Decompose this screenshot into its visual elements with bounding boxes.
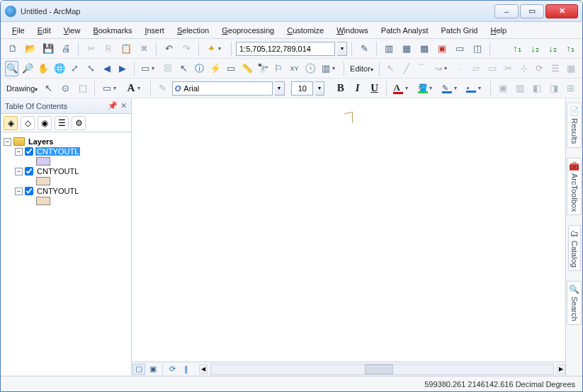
marker-color-dd[interactable]: ▾: [478, 85, 486, 91]
layer-swatch[interactable]: [36, 197, 50, 205]
arrange-up-icon[interactable]: ↑₁: [509, 41, 525, 57]
list-by-drawing-icon[interactable]: ◈: [4, 116, 18, 130]
layer-checkbox[interactable]: [25, 187, 33, 195]
map-canvas[interactable]: [132, 98, 565, 362]
layer-swatch[interactable]: [36, 177, 50, 185]
identify-icon[interactable]: ⓘ: [193, 61, 206, 76]
expand-icon[interactable]: −: [4, 138, 11, 146]
find-route-icon[interactable]: ⚐: [272, 61, 285, 76]
arrange-down-icon[interactable]: ↓₂: [527, 41, 543, 57]
forward-extent-icon[interactable]: ▶: [115, 61, 129, 76]
redo-icon[interactable]: ↷: [179, 41, 194, 57]
viewer-dd[interactable]: ▾: [332, 65, 339, 71]
menu-geoprocessing[interactable]: Geoprocessing: [216, 24, 280, 37]
menu-help[interactable]: Help: [485, 24, 512, 37]
close-button[interactable]: ✕: [545, 4, 578, 18]
line-color-icon[interactable]: ✎: [440, 81, 455, 96]
menu-patch-grid[interactable]: Patch Grid: [435, 24, 483, 37]
refresh-icon[interactable]: ⟳: [166, 364, 179, 375]
open-icon[interactable]: 📂: [23, 41, 38, 57]
pause-icon[interactable]: ‖: [180, 364, 193, 375]
list-by-visibility-icon[interactable]: ◉: [38, 116, 52, 130]
toc-window-icon[interactable]: ▥: [381, 41, 397, 57]
rectangle-icon[interactable]: ▭: [99, 81, 114, 96]
layer-label[interactable]: CNTYOUTL: [35, 147, 80, 156]
new-icon[interactable]: 🗋: [5, 41, 21, 57]
toc-close-icon[interactable]: ✕: [120, 101, 127, 110]
zoom-in-icon[interactable]: 🔍: [5, 61, 18, 76]
create-viewer-icon[interactable]: ▥: [319, 61, 332, 76]
layer-label[interactable]: CNTYOUTL: [35, 187, 80, 195]
fill-color-icon[interactable]: 🪣: [415, 81, 430, 96]
zoom-out-icon[interactable]: 🔎: [21, 61, 34, 76]
menu-edit[interactable]: Edit: [32, 24, 57, 37]
arrange-down2-icon[interactable]: ↑₁: [562, 41, 578, 57]
toc-pin-icon[interactable]: 📌: [108, 101, 118, 110]
marker-color-icon[interactable]: •: [464, 81, 479, 96]
minimize-button[interactable]: –: [494, 4, 519, 18]
tab-arctoolbox[interactable]: 🧰ArcToolbox: [567, 158, 582, 215]
select-elements-icon[interactable]: ↖: [177, 61, 191, 76]
menu-bookmarks[interactable]: Bookmarks: [87, 24, 137, 37]
editor-label[interactable]: Editor▾: [349, 64, 375, 73]
toc-options-icon[interactable]: ⚙: [72, 116, 86, 130]
drawing-label[interactable]: Drawing▾: [5, 84, 39, 93]
fill-color-dd[interactable]: ▾: [429, 85, 437, 91]
layer-checkbox[interactable]: [25, 167, 33, 175]
add-data-dd[interactable]: ▾: [218, 45, 227, 52]
add-data-icon[interactable]: ✦: [203, 41, 219, 57]
layout-view-icon[interactable]: ▣: [147, 364, 159, 375]
line-color-dd[interactable]: ▾: [454, 85, 462, 91]
select-features-dd[interactable]: ▾: [152, 65, 159, 71]
paste-icon[interactable]: 📋: [118, 41, 134, 57]
text-color-icon[interactable]: A: [391, 81, 406, 96]
back-extent-icon[interactable]: ◀: [100, 61, 113, 76]
html-popup-icon[interactable]: ▭: [225, 61, 238, 76]
print-icon[interactable]: 🖨: [58, 41, 74, 57]
scale-dd[interactable]: ▾: [337, 42, 347, 56]
editor-toolbar-icon[interactable]: ✎: [356, 41, 372, 57]
fixed-zoom-in-icon[interactable]: ⤢: [68, 61, 81, 76]
arctoolbox-window-icon[interactable]: ▣: [434, 41, 450, 57]
underline-icon[interactable]: U: [367, 81, 382, 96]
italic-icon[interactable]: I: [350, 81, 365, 96]
scroll-left-icon[interactable]: ◀: [199, 364, 208, 374]
copy-icon[interactable]: ⎘: [101, 41, 116, 57]
goto-xy-icon[interactable]: XY: [288, 61, 301, 76]
menu-file[interactable]: File: [6, 24, 30, 37]
catalog-window-icon[interactable]: ▦: [399, 41, 414, 57]
layer-label[interactable]: CNTYOUTL: [35, 167, 80, 175]
select-features-icon[interactable]: ▭: [138, 61, 152, 76]
menu-selection[interactable]: Selection: [171, 24, 215, 37]
hyperlink-icon[interactable]: ⚡: [208, 61, 222, 76]
full-extent-icon[interactable]: 🌐: [52, 61, 66, 76]
scroll-right-icon[interactable]: ▶: [557, 364, 565, 374]
layers-root[interactable]: Layers: [27, 137, 55, 146]
font-dd[interactable]: ▾: [275, 81, 284, 96]
fixed-zoom-out-icon[interactable]: ⤡: [84, 61, 98, 76]
menu-customize[interactable]: Customize: [281, 24, 329, 37]
rotate-icon[interactable]: ⊙: [58, 81, 73, 96]
bold-icon[interactable]: B: [333, 81, 348, 96]
python-window-icon[interactable]: ▭: [452, 41, 468, 57]
data-view-icon[interactable]: ▢: [132, 364, 145, 375]
text-tool-dd[interactable]: ▾: [137, 85, 145, 91]
maximize-button[interactable]: ▭: [520, 4, 544, 18]
cut-icon[interactable]: ✂: [83, 41, 98, 57]
list-by-selection-icon[interactable]: ☰: [55, 116, 69, 130]
menu-patch-analyst[interactable]: Patch Analyst: [375, 24, 434, 37]
tab-search[interactable]: 🔍Search: [567, 281, 582, 325]
search-window-icon[interactable]: ▩: [417, 41, 432, 57]
select-pointer-icon[interactable]: ↖: [41, 81, 56, 96]
menu-view[interactable]: View: [58, 24, 86, 37]
delete-icon[interactable]: ✖: [136, 41, 152, 57]
shape-dd[interactable]: ▾: [113, 85, 121, 91]
measure-icon[interactable]: 📏: [240, 61, 254, 76]
expand-icon[interactable]: −: [15, 168, 23, 175]
tab-results[interactable]: 📄Results: [567, 103, 582, 148]
clear-selection-icon[interactable]: ☒: [161, 61, 174, 76]
text-color-dd[interactable]: ▾: [405, 85, 413, 91]
menu-windows[interactable]: Windows: [331, 24, 374, 37]
save-icon[interactable]: 💾: [40, 41, 56, 57]
pan-icon[interactable]: ✋: [37, 61, 50, 76]
